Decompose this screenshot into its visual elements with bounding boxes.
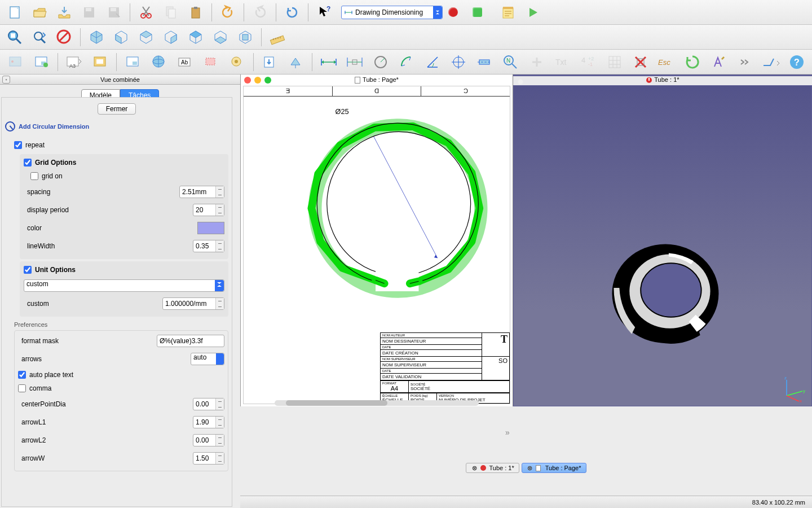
draw-style-icon[interactable] xyxy=(53,26,76,49)
whatsthis-icon[interactable]: ? xyxy=(313,1,336,24)
svg-text:-1: -1 xyxy=(588,62,593,67)
zoom-select-icon[interactable] xyxy=(28,26,51,49)
color-swatch[interactable] xyxy=(197,222,224,234)
cpd-label: centerPointDia xyxy=(21,400,193,408)
svg-text:?: ? xyxy=(794,58,800,67)
escape-icon[interactable]: Esc xyxy=(655,51,679,73)
front-view-icon[interactable] xyxy=(110,26,133,49)
drawing-canvas[interactable]: Ø25 xyxy=(249,98,504,319)
page-a3-icon[interactable]: A3 xyxy=(62,51,86,73)
repeat-checkbox[interactable] xyxy=(14,141,22,149)
hdim-icon[interactable] xyxy=(316,51,341,73)
svg-text:+2: +2 xyxy=(588,56,594,62)
undo-icon[interactable] xyxy=(217,1,239,24)
record-indicator[interactable] xyxy=(448,7,458,17)
annotation-icon[interactable]: Ab xyxy=(173,51,197,73)
iso-view-icon[interactable] xyxy=(85,26,108,49)
delete-dim-icon[interactable] xyxy=(628,51,652,73)
weld-icon[interactable] xyxy=(758,51,783,73)
cpd-spinner[interactable]: 0.00 xyxy=(193,398,224,410)
svg-text:y: y xyxy=(803,388,805,393)
top-view-icon[interactable] xyxy=(135,26,157,49)
insert-drawing-icon[interactable] xyxy=(29,51,54,73)
unit-mode-select[interactable]: custom xyxy=(24,279,224,292)
drawing-title: Tube : Page* xyxy=(241,76,513,84)
measure-icon[interactable] xyxy=(266,26,289,49)
recompute-icon[interactable] xyxy=(681,51,705,73)
doc-tab-page[interactable]: ⊗ Tube : Page* xyxy=(522,463,586,473)
3d-viewport[interactable]: z y x xyxy=(514,86,811,406)
export-dxf-icon[interactable] xyxy=(284,51,308,73)
note-dim-icon[interactable]: N xyxy=(498,51,523,73)
right-view-icon[interactable] xyxy=(160,26,182,49)
svg-rect-13 xyxy=(503,8,513,18)
svg-rect-20 xyxy=(270,36,284,45)
drawing-sheet[interactable]: E D C Ø25 xyxy=(243,86,510,404)
tolerance-icon: 4+2-1 xyxy=(576,51,601,73)
arc-dim-icon[interactable] xyxy=(394,51,418,73)
repeat-label: repeat xyxy=(25,141,228,149)
bottom-view-icon[interactable] xyxy=(209,26,232,49)
comma-checkbox[interactable] xyxy=(18,384,26,392)
status-indicator[interactable] xyxy=(473,7,482,17)
angle-dim-icon[interactable] xyxy=(421,51,445,73)
vdim-icon[interactable] xyxy=(342,51,367,73)
notes-icon[interactable] xyxy=(497,1,519,24)
linewidth-spinner[interactable]: 0.35 xyxy=(193,240,224,252)
unit-options-checkbox[interactable] xyxy=(24,266,32,274)
workbench-selector[interactable]: Drawing Dimensioning xyxy=(341,6,443,19)
paste-icon[interactable] xyxy=(184,1,207,24)
dim-tool-1-icon xyxy=(3,51,28,73)
symbol-icon[interactable] xyxy=(225,51,249,73)
panel-close-icon[interactable]: ◦ xyxy=(2,76,10,84)
rear-view-icon[interactable] xyxy=(184,26,207,49)
format-mask-field[interactable]: Ø%(value)3.3f xyxy=(157,335,224,347)
task-title: Add Circular Dimension xyxy=(5,121,228,132)
spacing-spinner[interactable]: 2.51mm xyxy=(179,186,224,198)
svg-rect-8 xyxy=(169,9,175,18)
svg-text:z: z xyxy=(784,375,787,380)
svg-text:Txt: Txt xyxy=(555,58,567,67)
help-icon[interactable]: ? xyxy=(784,51,809,73)
close-tab-icon[interactable]: ⊗ xyxy=(527,465,533,471)
clip-icon[interactable] xyxy=(199,51,223,73)
export-svg-icon[interactable] xyxy=(258,51,282,73)
page-template-icon[interactable] xyxy=(88,51,112,73)
left-view-icon[interactable] xyxy=(234,26,257,49)
inbox-icon[interactable] xyxy=(53,1,76,24)
auto-place-checkbox[interactable] xyxy=(18,371,26,379)
main-toolbar: ? Drawing Dimensioning xyxy=(0,0,812,25)
svg-text:Esc: Esc xyxy=(658,58,670,67)
ortho-view-icon[interactable] xyxy=(147,51,171,73)
custom-spinner[interactable]: 1.000000/mm xyxy=(162,297,224,310)
format-mask-label: format mask xyxy=(21,337,157,345)
preferences-icon[interactable] xyxy=(707,51,731,73)
arrowl1-spinner[interactable]: 1.90 xyxy=(193,416,224,428)
open-icon[interactable] xyxy=(28,1,51,24)
arrowl2-spinner[interactable]: 0.00 xyxy=(193,434,224,446)
new-file-icon[interactable] xyxy=(3,1,26,24)
centerline-icon[interactable] xyxy=(473,51,497,73)
more-icon[interactable] xyxy=(732,51,757,73)
svg-rect-4 xyxy=(111,8,116,11)
svg-text:x: x xyxy=(800,398,802,402)
play-icon[interactable] xyxy=(522,1,544,24)
horizontal-scrollbar[interactable] xyxy=(275,400,479,406)
zoom-fit-icon[interactable] xyxy=(3,26,26,49)
radius-dim-icon[interactable] xyxy=(368,51,392,73)
linear-dim-icon[interactable] xyxy=(121,51,145,73)
close-button[interactable]: Fermer xyxy=(98,103,136,115)
grid-options-checkbox[interactable] xyxy=(24,159,32,167)
arrows-select[interactable]: auto xyxy=(191,353,224,365)
arroww-spinner[interactable]: 1.50 xyxy=(193,452,224,465)
save-as-icon xyxy=(103,1,125,24)
period-spinner[interactable]: 20 xyxy=(193,204,224,216)
doc-tab-3d[interactable]: ⊗ Tube : 1* xyxy=(466,463,519,473)
grid-on-checkbox[interactable] xyxy=(30,172,38,180)
arrowl1-label: arrowL1 xyxy=(21,418,193,426)
close-tab-icon[interactable]: ⊗ xyxy=(471,465,478,471)
cut-icon[interactable] xyxy=(135,1,157,24)
dimensioning-toolbar: A3 Ab N Txt 4+2-1 Esc ? xyxy=(0,50,812,75)
center-mark-icon[interactable] xyxy=(447,51,471,73)
refresh-icon[interactable] xyxy=(281,1,303,24)
